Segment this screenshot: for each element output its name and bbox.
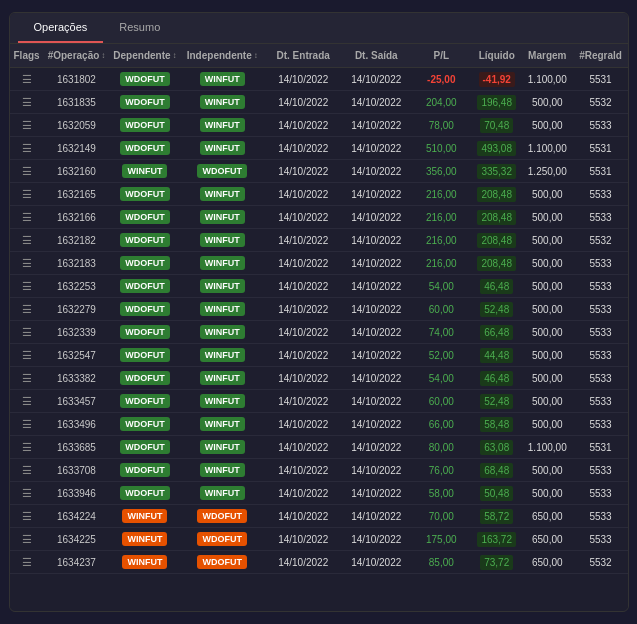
cell-dt-saida: 14/10/2022 xyxy=(342,367,410,390)
menu-icon[interactable]: ☰ xyxy=(22,257,32,270)
cell-dependente: WDOFUT xyxy=(109,206,180,229)
cell-operacao: 1634237 xyxy=(44,551,110,574)
cell-pl: 510,00 xyxy=(410,137,472,160)
dependente-badge: WDOFUT xyxy=(120,141,170,155)
table-row: ☰1632547WDOFUTWINFUT14/10/202214/10/2022… xyxy=(10,344,628,367)
cell-independente: WDOFUT xyxy=(181,528,264,551)
cell-operacao: 1632183 xyxy=(44,252,110,275)
cell-liquido: 208,48 xyxy=(472,229,521,252)
col-operacao[interactable]: #Operação↕ xyxy=(44,44,110,68)
col-independente[interactable]: Independente↕ xyxy=(181,44,264,68)
independente-badge: WINFUT xyxy=(200,95,245,109)
cell-dt-entrada: 14/10/2022 xyxy=(264,68,343,91)
cell-liquido: 52,48 xyxy=(472,390,521,413)
cell-flags: ☰ xyxy=(10,137,44,160)
liquido-value: 66,48 xyxy=(480,325,513,340)
cell-independente: WINFUT xyxy=(181,482,264,505)
menu-icon[interactable]: ☰ xyxy=(22,464,32,477)
cell-flags: ☰ xyxy=(10,160,44,183)
cell-dt-entrada: 14/10/2022 xyxy=(264,344,343,367)
cell-independente: WINFUT xyxy=(181,91,264,114)
table-row: ☰1632339WDOFUTWINFUT14/10/202214/10/2022… xyxy=(10,321,628,344)
menu-icon[interactable]: ☰ xyxy=(22,73,32,86)
independente-badge: WDOFUT xyxy=(197,164,247,178)
liquido-value: 52,48 xyxy=(480,394,513,409)
menu-icon[interactable]: ☰ xyxy=(22,119,32,132)
cell-margem: 650,00 xyxy=(521,551,574,574)
cell-operacao: 1631835 xyxy=(44,91,110,114)
operations-table: Flags #Operação↕ Dependente↕ Independent… xyxy=(10,44,628,574)
cell-regrald: 5533 xyxy=(574,275,628,298)
tab-operacoes[interactable]: Operações xyxy=(18,13,104,43)
col-dt-saida: Dt. Saída xyxy=(342,44,410,68)
menu-icon[interactable]: ☰ xyxy=(22,349,32,362)
cell-dt-entrada: 14/10/2022 xyxy=(264,528,343,551)
cell-pl: 216,00 xyxy=(410,183,472,206)
cell-independente: WINFUT xyxy=(181,413,264,436)
cell-flags: ☰ xyxy=(10,482,44,505)
cell-liquido: -41,92 xyxy=(472,68,521,91)
independente-badge: WINFUT xyxy=(200,279,245,293)
cell-operacao: 1632279 xyxy=(44,298,110,321)
col-dependente[interactable]: Dependente↕ xyxy=(109,44,180,68)
cell-operacao: 1633457 xyxy=(44,390,110,413)
cell-margem: 500,00 xyxy=(521,229,574,252)
menu-icon[interactable]: ☰ xyxy=(22,234,32,247)
cell-dependente: WDOFUT xyxy=(109,252,180,275)
independente-badge: WINFUT xyxy=(200,394,245,408)
independente-badge: WINFUT xyxy=(200,72,245,86)
menu-icon[interactable]: ☰ xyxy=(22,211,32,224)
menu-icon[interactable]: ☰ xyxy=(22,303,32,316)
cell-independente: WINFUT xyxy=(181,367,264,390)
menu-icon[interactable]: ☰ xyxy=(22,556,32,569)
cell-liquido: 493,08 xyxy=(472,137,521,160)
cell-independente: WINFUT xyxy=(181,459,264,482)
menu-icon[interactable]: ☰ xyxy=(22,326,32,339)
menu-icon[interactable]: ☰ xyxy=(22,487,32,500)
liquido-value: 70,48 xyxy=(480,118,513,133)
cell-flags: ☰ xyxy=(10,436,44,459)
table-body: ☰1631802WDOFUTWINFUT14/10/202214/10/2022… xyxy=(10,68,628,574)
liquido-value: 58,72 xyxy=(480,509,513,524)
col-regrald: #Regrald xyxy=(574,44,628,68)
cell-regrald: 5532 xyxy=(574,91,628,114)
menu-icon[interactable]: ☰ xyxy=(22,418,32,431)
cell-dt-entrada: 14/10/2022 xyxy=(264,137,343,160)
menu-icon[interactable]: ☰ xyxy=(22,372,32,385)
menu-icon[interactable]: ☰ xyxy=(22,96,32,109)
cell-pl: 204,00 xyxy=(410,91,472,114)
cell-margem: 650,00 xyxy=(521,505,574,528)
dependente-badge: WDOFUT xyxy=(120,118,170,132)
menu-icon[interactable]: ☰ xyxy=(22,142,32,155)
cell-regrald: 5532 xyxy=(574,229,628,252)
menu-icon[interactable]: ☰ xyxy=(22,280,32,293)
cell-operacao: 1633382 xyxy=(44,367,110,390)
menu-icon[interactable]: ☰ xyxy=(22,188,32,201)
independente-badge: WINFUT xyxy=(200,371,245,385)
menu-icon[interactable]: ☰ xyxy=(22,165,32,178)
col-dt-entrada: Dt. Entrada xyxy=(264,44,343,68)
cell-operacao: 1634224 xyxy=(44,505,110,528)
menu-icon[interactable]: ☰ xyxy=(22,395,32,408)
liquido-value: -41,92 xyxy=(479,72,515,87)
tab-bar: Operações Resumo xyxy=(10,13,628,44)
table-row: ☰1632166WDOFUTWINFUT14/10/202214/10/2022… xyxy=(10,206,628,229)
liquido-value: 52,48 xyxy=(480,302,513,317)
cell-independente: WINFUT xyxy=(181,298,264,321)
menu-icon[interactable]: ☰ xyxy=(22,441,32,454)
cell-pl: 216,00 xyxy=(410,229,472,252)
table-row: ☰1632253WDOFUTWINFUT14/10/202214/10/2022… xyxy=(10,275,628,298)
cell-regrald: 5533 xyxy=(574,206,628,229)
cell-flags: ☰ xyxy=(10,252,44,275)
cell-dt-saida: 14/10/2022 xyxy=(342,459,410,482)
independente-badge: WINFUT xyxy=(200,118,245,132)
tab-resumo[interactable]: Resumo xyxy=(103,13,176,43)
table-row: ☰1634237WINFUTWDOFUT14/10/202214/10/2022… xyxy=(10,551,628,574)
cell-dt-entrada: 14/10/2022 xyxy=(264,413,343,436)
cell-independente: WINFUT xyxy=(181,321,264,344)
cell-margem: 500,00 xyxy=(521,367,574,390)
cell-pl: 60,00 xyxy=(410,390,472,413)
menu-icon[interactable]: ☰ xyxy=(22,533,32,546)
cell-liquido: 66,48 xyxy=(472,321,521,344)
menu-icon[interactable]: ☰ xyxy=(22,510,32,523)
